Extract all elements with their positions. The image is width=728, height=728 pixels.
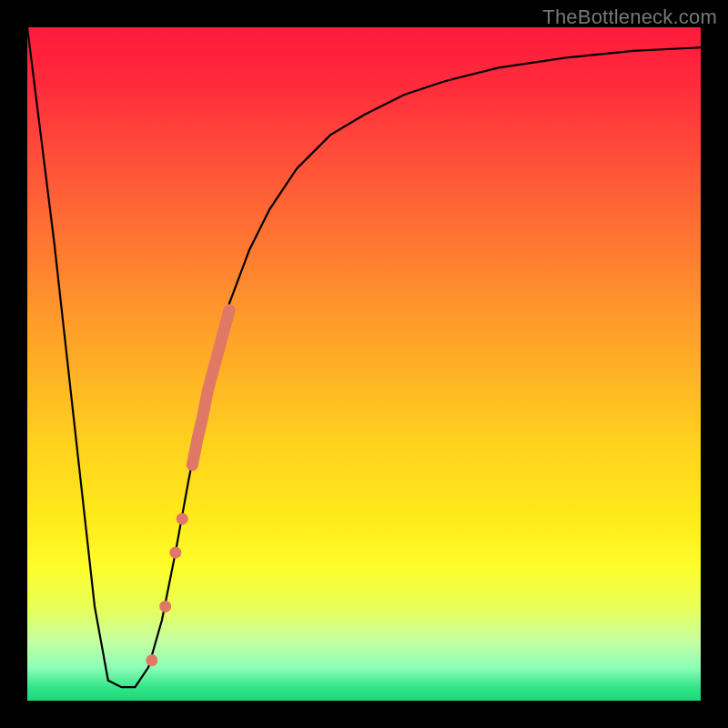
chart-svg (27, 27, 701, 701)
highlight-point (177, 513, 188, 525)
highlight-point (169, 547, 181, 559)
chart-plot-area (27, 27, 701, 701)
watermark-text: TheBottleneck.com (542, 5, 717, 29)
bottleneck-curve (27, 27, 701, 687)
highlight-point (159, 601, 171, 612)
highlight-point (146, 654, 157, 666)
highlight-band (192, 310, 229, 465)
chart-frame: TheBottleneck.com (0, 0, 728, 728)
